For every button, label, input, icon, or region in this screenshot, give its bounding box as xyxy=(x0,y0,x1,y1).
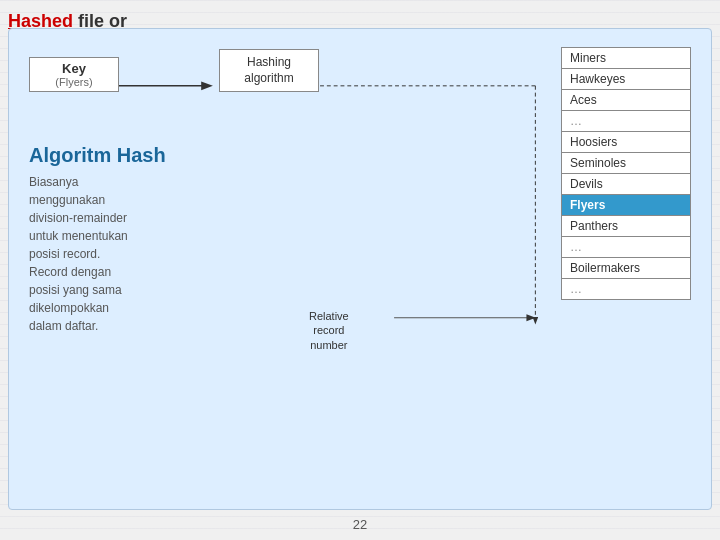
table-row: … xyxy=(561,278,691,300)
key-label: Key xyxy=(36,61,112,76)
table-row: … xyxy=(561,236,691,258)
key-box: Key (Flyers) xyxy=(29,57,119,92)
main-content-box: Key (Flyers) Hashingalgorithm Algoritm H… xyxy=(8,28,712,510)
table-row: … xyxy=(561,110,691,132)
algo-text-block: Algoritm Hash Biasanyamenggunakandivisio… xyxy=(29,144,289,335)
table-row: Aces xyxy=(561,89,691,111)
hash-algorithm-box: Hashingalgorithm xyxy=(219,49,319,92)
page-container: Hashed file orindexorganization xyxy=(0,0,720,540)
diagram-area: Key (Flyers) Hashingalgorithm Algoritm H… xyxy=(19,39,701,499)
table-row: Panthers xyxy=(561,215,691,237)
table-row: Hoosiers xyxy=(561,131,691,153)
table-row: Flyers xyxy=(561,194,691,216)
table-row: Boilermakers xyxy=(561,257,691,279)
algo-description: Biasanyamenggunakandivision-remainderunt… xyxy=(29,173,289,335)
table-area: MinersHawkeyesAces…HoosiersSeminolesDevi… xyxy=(561,47,691,299)
page-number: 22 xyxy=(0,517,720,532)
table-row: Seminoles xyxy=(561,152,691,174)
table-row: Hawkeyes xyxy=(561,68,691,90)
rrn-label: Relative record number xyxy=(309,309,349,352)
algo-title: Algoritm Hash xyxy=(29,144,289,167)
key-sub: (Flyers) xyxy=(36,76,112,88)
hash-label: Hashingalgorithm xyxy=(226,55,312,86)
table-row: Devils xyxy=(561,173,691,195)
table-row: Miners xyxy=(561,47,691,69)
